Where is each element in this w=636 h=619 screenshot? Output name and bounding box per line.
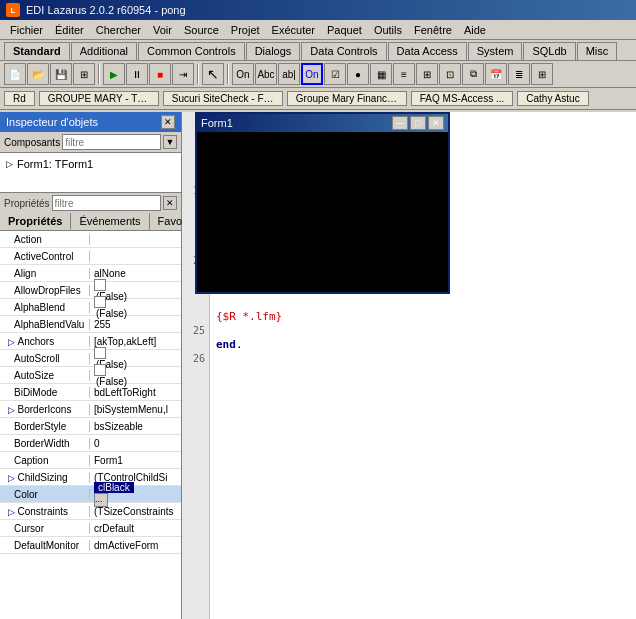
table-row[interactable]: AutoSize(False) [0, 367, 181, 384]
prop-value-cell: (False) [90, 296, 181, 319]
toolbar-btn3[interactable]: ab| [278, 63, 300, 85]
form-body [197, 132, 448, 292]
prop-checkbox[interactable] [94, 279, 106, 291]
tab-data-access[interactable]: Data Access [388, 42, 467, 60]
browser-tab-cathy[interactable]: Cathy Astuc [517, 91, 588, 106]
table-row[interactable]: Action [0, 231, 181, 248]
toolbar-btn14[interactable]: ⊞ [531, 63, 553, 85]
prop-checkbox[interactable] [94, 364, 106, 376]
tab-dialogs[interactable]: Dialogs [246, 42, 301, 60]
prop-text-value: bsSizeable [94, 421, 143, 432]
tree-item-form1[interactable]: ▷ Form1: TForm1 [4, 157, 177, 171]
table-row[interactable]: BorderStylebsSizeable [0, 418, 181, 435]
toolbar-save-btn[interactable]: 💾 [50, 63, 72, 85]
table-row[interactable]: ▷ BorderIcons[biSystemMenu,l [0, 401, 181, 418]
menu-editer[interactable]: Éditer [49, 23, 90, 37]
browser-tab-groupe[interactable]: GROUPE MARY - TUPPIN ... [39, 91, 159, 106]
composants-label: Composants [4, 137, 60, 148]
props-tab-proprietes[interactable]: Propriétés [0, 213, 71, 230]
menu-voir[interactable]: Voir [147, 23, 178, 37]
toolbar-btn8[interactable]: ≡ [393, 63, 415, 85]
toolbar-btn9[interactable]: ⊞ [416, 63, 438, 85]
table-row[interactable]: AlphaBlendValu255 [0, 316, 181, 333]
prop-name-text: AutoSize [14, 370, 54, 381]
browser-tab-sucuri[interactable]: Sucuri SiteCheck - Free W... [163, 91, 283, 106]
tab-standard[interactable]: Standard [4, 42, 70, 60]
toolbar-saveall-btn[interactable]: ⊞ [73, 63, 95, 85]
expand-icon[interactable]: ▷ [4, 473, 18, 483]
prop-value-cell: (False) [90, 364, 181, 387]
props-filter-btn[interactable]: ✕ [163, 196, 177, 210]
toolbar-stop-btn[interactable]: ■ [149, 63, 171, 85]
form-minimize-btn[interactable]: ─ [392, 116, 408, 130]
table-row[interactable]: ActiveControl [0, 248, 181, 265]
menu-paquet[interactable]: Paquet [321, 23, 368, 37]
browser-tab-finance[interactable]: Groupe Mary Finance - Sa... [287, 91, 407, 106]
toolbar-btn12[interactable]: 📅 [485, 63, 507, 85]
tab-common-controls[interactable]: Common Controls [138, 42, 245, 60]
form-maximize-btn[interactable]: □ [410, 116, 426, 130]
tab-additional[interactable]: Additional [71, 42, 137, 60]
table-row[interactable]: ▷ Constraints(TSizeConstraints [0, 503, 181, 520]
menu-executer[interactable]: Exécuter [266, 23, 321, 37]
table-row[interactable]: CaptionForm1 [0, 452, 181, 469]
table-row[interactable]: BorderWidth0 [0, 435, 181, 452]
browser-tab-faq[interactable]: FAQ MS-Access ... [411, 91, 513, 106]
prop-dots-btn[interactable]: ... [94, 493, 108, 507]
menu-source[interactable]: Source [178, 23, 225, 37]
menu-fenetre[interactable]: Fenêtre [408, 23, 458, 37]
toolbar-cursor-btn[interactable]: ↖ [202, 63, 224, 85]
toolbar-btn6[interactable]: ● [347, 63, 369, 85]
toolbar-btn5[interactable]: ☑ [324, 63, 346, 85]
menu-aide[interactable]: Aide [458, 23, 492, 37]
toolbar-btn10[interactable]: ⊡ [439, 63, 461, 85]
toolbar-btn1[interactable]: On [232, 63, 254, 85]
menu-chercher[interactable]: Chercher [90, 23, 147, 37]
prop-name-text: AlphaBlendValu [14, 319, 84, 330]
props-filter-input[interactable] [52, 195, 161, 211]
toolbar-btn13[interactable]: ≣ [508, 63, 530, 85]
tab-sqldb[interactable]: SQLdb [523, 42, 575, 60]
form-close-btn[interactable]: ✕ [428, 116, 444, 130]
browser-tab-rd[interactable]: Rd [4, 91, 35, 106]
toolbar-btn4[interactable]: On [301, 63, 323, 85]
menu-outils[interactable]: Outils [368, 23, 408, 37]
table-row[interactable]: AlphaBlend(False) [0, 299, 181, 316]
expand-icon[interactable]: ▷ [4, 337, 18, 347]
toolbar-open-btn[interactable]: 📂 [27, 63, 49, 85]
prop-name-cell: ▷ BorderIcons [0, 404, 90, 415]
prop-special-value: clBlack [94, 482, 134, 493]
toolbar-step-btn[interactable]: ⇥ [172, 63, 194, 85]
table-row[interactable]: DefaultMonitordmActiveForm [0, 537, 181, 554]
toolbar-pause-btn[interactable]: ⏸ [126, 63, 148, 85]
tab-data-controls[interactable]: Data Controls [301, 42, 386, 60]
menu-projet[interactable]: Projet [225, 23, 266, 37]
props-tab-evenements[interactable]: Événements [71, 213, 149, 230]
tab-system[interactable]: System [468, 42, 523, 60]
prop-text-value: bdLeftToRight [94, 387, 156, 398]
toolbar-btn11[interactable]: ⧉ [462, 63, 484, 85]
prop-name-cell: BorderWidth [0, 438, 90, 449]
code-line [216, 352, 630, 366]
table-row[interactable]: CursorcrDefault [0, 520, 181, 537]
toolbar-btn7[interactable]: ▦ [370, 63, 392, 85]
expand-icon[interactable]: ▷ [4, 405, 18, 415]
expand-icon[interactable]: ▷ [4, 507, 18, 517]
table-row[interactable]: ColorclBlack... [0, 486, 181, 503]
proprietes-label: Propriétés [4, 198, 50, 209]
tab-misc[interactable]: Misc [577, 42, 618, 60]
table-row[interactable]: BiDiModebdLeftToRight [0, 384, 181, 401]
prop-name-text: AutoScroll [14, 353, 60, 364]
toolbar-btn2[interactable]: Abc [255, 63, 277, 85]
toolbar-run-btn[interactable]: ▶ [103, 63, 125, 85]
toolbar-new-btn[interactable]: 📄 [4, 63, 26, 85]
prop-checkbox[interactable] [94, 296, 106, 308]
form-window[interactable]: Form1 ─ □ ✕ [195, 112, 450, 294]
prop-checkbox[interactable] [94, 347, 106, 359]
code-line: {$R *.lfm} [216, 310, 630, 324]
composants-filter-input[interactable] [62, 134, 161, 150]
inspector-close-btn[interactable]: ✕ [161, 115, 175, 129]
menu-fichier[interactable]: Fichier [4, 23, 49, 37]
props-tabs: Propriétés Événements Favoris ◀ ▶ [0, 213, 181, 231]
composants-filter-btn[interactable]: ▼ [163, 135, 177, 149]
